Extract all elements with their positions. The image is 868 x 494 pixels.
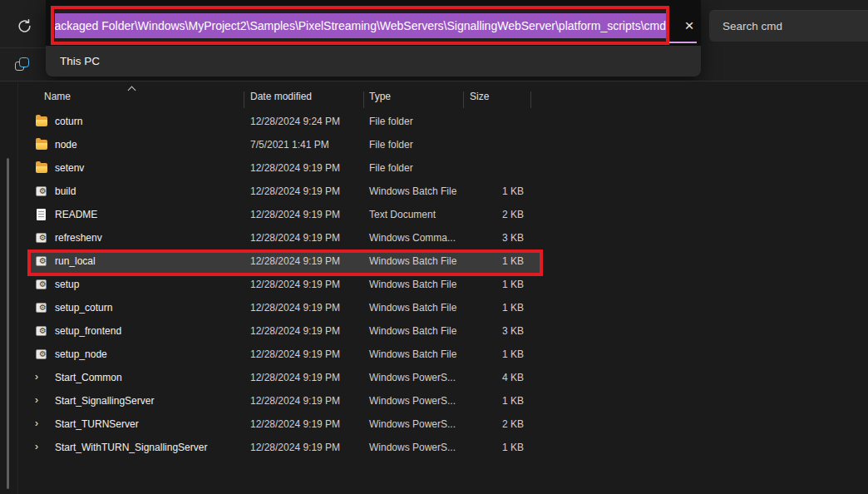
toolbar-divider (0, 47, 46, 48)
file-type: Windows Batch File (363, 279, 463, 290)
address-bar-zone: Packaged Folder\Windows\MyProject2\Sampl… (46, 0, 701, 46)
suggestion-this-pc[interactable]: This PC (46, 46, 701, 77)
file-type: Windows Batch File (363, 255, 463, 267)
column-header-size[interactable]: Size (463, 86, 530, 107)
file-row-README[interactable]: README12/28/2024 9:19 PMText Document2 K… (18, 203, 868, 226)
file-row-setenv[interactable]: setenv12/28/2024 9:19 PMFile folder (18, 156, 868, 180)
address-bar-flyout: Packaged Folder\Windows\MyProject2\Sampl… (46, 0, 701, 77)
powershell-file-icon: › (35, 441, 48, 454)
file-row-setup_node[interactable]: ⚙setup_node12/28/2024 9:19 PMWindows Bat… (18, 343, 868, 366)
file-row-build[interactable]: ⚙build12/28/2024 9:19 PMWindows Batch Fi… (18, 180, 868, 203)
copy-button[interactable] (12, 55, 34, 77)
file-row-coturn[interactable]: coturn12/28/2024 9:24 PMFile folder (18, 110, 868, 133)
file-date-modified: 12/28/2024 9:19 PM (244, 395, 363, 407)
file-name: run_local (55, 255, 96, 267)
clear-address-button[interactable]: × (675, 10, 703, 42)
folder-icon (35, 138, 48, 151)
file-size: 1 KB (463, 279, 530, 290)
file-name: setenv (55, 162, 84, 174)
file-type: Windows Batch File (363, 185, 463, 197)
suggestion-label: This PC (60, 55, 100, 67)
file-size: 2 KB (463, 209, 530, 220)
column-header-type[interactable]: Type (363, 86, 463, 107)
file-type: File folder (363, 116, 463, 127)
folder-icon (35, 115, 48, 128)
file-size: 1 KB (463, 395, 530, 407)
close-icon: × (684, 17, 693, 35)
batch-file-icon: ⚙ (35, 324, 48, 338)
file-row-node[interactable]: node7/5/2021 1:41 PMFile folder (18, 133, 868, 156)
file-type: File folder (363, 139, 463, 151)
file-date-modified: 12/28/2024 9:19 PM (244, 279, 363, 290)
file-explorer-window: Packaged Folder\Windows\MyProject2\Sampl… (0, 0, 868, 494)
file-type: Windows PowerS... (363, 418, 463, 430)
file-type: File folder (363, 162, 463, 174)
file-size: 2 KB (463, 418, 530, 430)
column-separator[interactable] (363, 91, 364, 108)
column-header-row: Name Date modified Type Size (18, 86, 868, 107)
batch-file-icon: ⚙ (35, 185, 48, 198)
nav-pane-scrollbar[interactable] (7, 158, 9, 489)
file-date-modified: 12/28/2024 9:19 PM (244, 185, 363, 197)
file-name: setup_node (55, 348, 107, 360)
file-size: 1 KB (463, 302, 530, 314)
file-type: Text Document (363, 209, 463, 220)
powershell-file-icon: › (35, 417, 48, 431)
batch-file-icon: ⚙ (35, 231, 48, 245)
address-selected-text: Packaged Folder\Windows\MyProject2\Sampl… (55, 13, 668, 38)
file-row-setup_frontend[interactable]: ⚙setup_frontend12/28/2024 9:19 PMWindows… (18, 319, 868, 343)
file-type: Windows Batch File (363, 348, 463, 360)
file-name: setup (55, 279, 79, 290)
refresh-button[interactable] (14, 17, 34, 37)
batch-file-icon: ⚙ (35, 278, 48, 291)
file-row-Start_WithTURN_SignallingServer[interactable]: ›Start_WithTURN_SignallingServer12/28/20… (18, 436, 868, 459)
file-name: Start_WithTURN_SignallingServer (55, 442, 207, 453)
file-type: Windows PowerS... (363, 395, 463, 407)
file-rows: coturn12/28/2024 9:24 PMFile foldernode7… (18, 110, 868, 459)
file-size: 1 KB (463, 185, 530, 197)
file-row-refreshenv[interactable]: ⚙refreshenv12/28/2024 9:19 PMWindows Com… (18, 226, 868, 249)
file-date-modified: 12/28/2024 9:19 PM (244, 442, 363, 453)
file-size: 1 KB (463, 348, 530, 360)
address-accent-underline (53, 42, 697, 43)
batch-file-icon: ⚙ (35, 301, 48, 314)
batch-file-icon: ⚙ (35, 254, 48, 268)
file-date-modified: 12/28/2024 9:19 PM (244, 372, 363, 383)
powershell-file-icon: › (35, 371, 48, 384)
column-header-name[interactable]: Name (18, 86, 244, 107)
file-name: refreshenv (55, 232, 102, 244)
file-row-Start_SignallingServer[interactable]: ›Start_SignallingServer12/28/2024 9:19 P… (18, 389, 868, 412)
file-type: Windows Batch File (363, 325, 463, 337)
file-date-modified: 12/28/2024 9:19 PM (244, 348, 363, 360)
file-list: Name Date modified Type Size coturn12/28… (18, 82, 868, 494)
file-row-Start_TURNServer[interactable]: ›Start_TURNServer12/28/2024 9:19 PMWindo… (18, 412, 868, 436)
file-name: README (55, 209, 97, 220)
file-name: coturn (55, 116, 82, 127)
address-input[interactable]: Packaged Folder\Windows\MyProject2\Sampl… (55, 10, 668, 42)
file-date-modified: 12/28/2024 9:19 PM (244, 162, 363, 174)
file-name: setup_coturn (55, 302, 112, 314)
column-header-date-modified[interactable]: Date modified (244, 86, 363, 107)
file-type: Windows Comma... (363, 232, 463, 244)
file-row-setup_coturn[interactable]: ⚙setup_coturn12/28/2024 9:19 PMWindows B… (18, 296, 868, 319)
refresh-icon (17, 18, 32, 37)
file-date-modified: 12/28/2024 9:24 PM (244, 116, 363, 127)
file-row-Start_Common[interactable]: ›Start_Common12/28/2024 9:19 PMWindows P… (18, 366, 868, 389)
file-name: node (55, 139, 77, 151)
file-row-run_local[interactable]: ⚙run_local12/28/2024 9:19 PMWindows Batc… (18, 249, 868, 273)
column-separator[interactable] (530, 91, 531, 108)
column-separator[interactable] (463, 91, 464, 108)
file-date-modified: 12/28/2024 9:19 PM (244, 325, 363, 337)
file-name: Start_SignallingServer (55, 395, 154, 407)
file-date-modified: 12/28/2024 9:19 PM (244, 255, 363, 267)
column-separator[interactable] (244, 91, 244, 108)
file-name: build (55, 185, 76, 197)
search-input[interactable]: Search cmd (709, 10, 868, 42)
file-size: 1 KB (463, 442, 530, 453)
file-size: 4 KB (463, 372, 530, 383)
powershell-file-icon: › (35, 394, 48, 408)
batch-file-icon: ⚙ (35, 348, 48, 361)
file-size: 3 KB (463, 325, 530, 337)
file-type: Windows Batch File (363, 302, 463, 314)
file-row-setup[interactable]: ⚙setup12/28/2024 9:19 PMWindows Batch Fi… (18, 273, 868, 296)
